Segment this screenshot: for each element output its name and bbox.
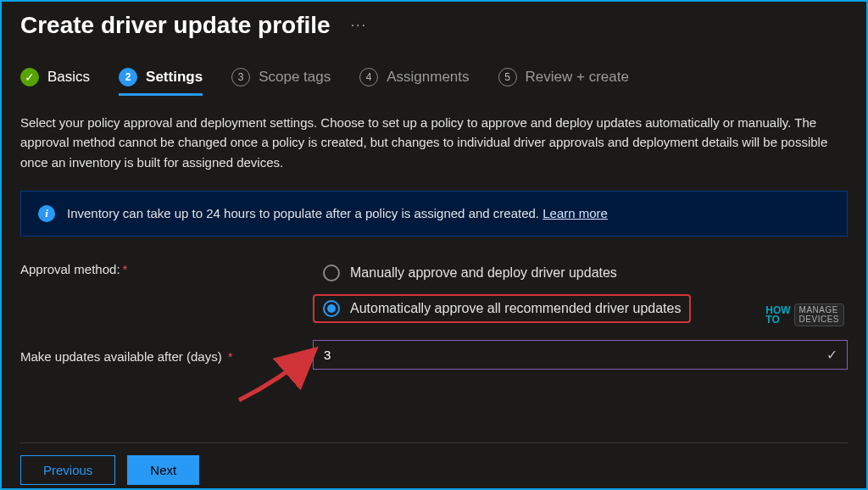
check-icon: ✓	[826, 347, 837, 363]
approval-manual-radio[interactable]: Manually approve and deploy driver updat…	[313, 259, 691, 287]
radio-icon	[323, 264, 340, 281]
radio-icon	[323, 300, 340, 317]
approval-method-label: Approval method:*	[20, 259, 313, 276]
radio-label: Automatically approve all recommended dr…	[350, 301, 681, 316]
step-number-icon: 2	[119, 68, 137, 86]
step-settings[interactable]: 2 Settings	[119, 68, 203, 96]
delay-days-label: Make updates available after (days) *	[20, 346, 313, 364]
delay-days-input[interactable]	[313, 340, 848, 370]
step-scope-tags[interactable]: 3 Scope tags	[231, 68, 331, 96]
step-label: Assignments	[387, 69, 469, 86]
step-review-create[interactable]: 5 Review + create	[498, 68, 629, 96]
approval-auto-radio[interactable]: Automatically approve all recommended dr…	[313, 294, 691, 323]
step-label: Settings	[146, 69, 203, 86]
info-banner: i Inventory can take up to 24 hours to p…	[20, 191, 848, 237]
learn-more-link[interactable]: Learn more	[542, 206, 608, 220]
wizard-footer: Previous Next	[20, 443, 848, 488]
step-number-icon: 3	[231, 68, 250, 86]
watermark: HOWTO MANAGEDEVICES	[765, 303, 844, 326]
step-description: Select your policy approval and deployme…	[20, 113, 843, 172]
step-basics[interactable]: ✓ Basics	[20, 68, 90, 96]
radio-label: Manually approve and deploy driver updat…	[350, 265, 617, 281]
step-assignments[interactable]: 4 Assignments	[359, 68, 469, 96]
step-number-icon: 4	[359, 68, 378, 86]
info-icon: i	[38, 205, 55, 222]
next-button[interactable]: Next	[127, 455, 199, 485]
page-title: Create driver update profile	[20, 12, 331, 39]
step-label: Review + create	[526, 69, 629, 86]
info-text: Inventory can take up to 24 hours to pop…	[67, 206, 539, 220]
step-label: Basics	[47, 69, 90, 86]
step-number-icon: 5	[498, 68, 517, 86]
previous-button[interactable]: Previous	[20, 455, 115, 485]
wizard-stepper: ✓ Basics 2 Settings 3 Scope tags 4 Assig…	[20, 68, 848, 96]
step-label: Scope tags	[259, 69, 331, 86]
check-icon: ✓	[20, 68, 39, 86]
more-actions-button[interactable]: ···	[351, 18, 367, 33]
